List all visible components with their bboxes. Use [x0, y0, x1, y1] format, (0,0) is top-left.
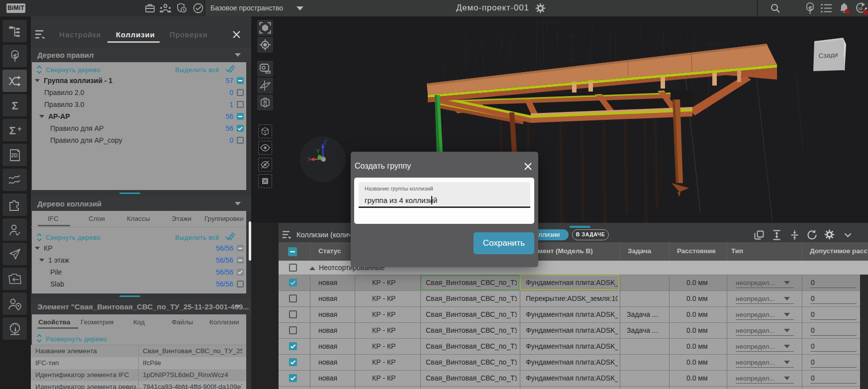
- svg-text:Z: Z: [324, 140, 327, 145]
- svg-text:X: X: [307, 157, 311, 162]
- svg-text:Y: Y: [316, 149, 320, 154]
- svg-text:2D: 2D: [11, 153, 17, 158]
- svg-text:10: 10: [858, 6, 862, 11]
- svg-text:Σ: Σ: [9, 124, 15, 137]
- svg-text:Σ: Σ: [11, 99, 18, 112]
- svg-text:+: +: [17, 125, 21, 133]
- svg-text:Сзади: Сзади: [818, 51, 838, 60]
